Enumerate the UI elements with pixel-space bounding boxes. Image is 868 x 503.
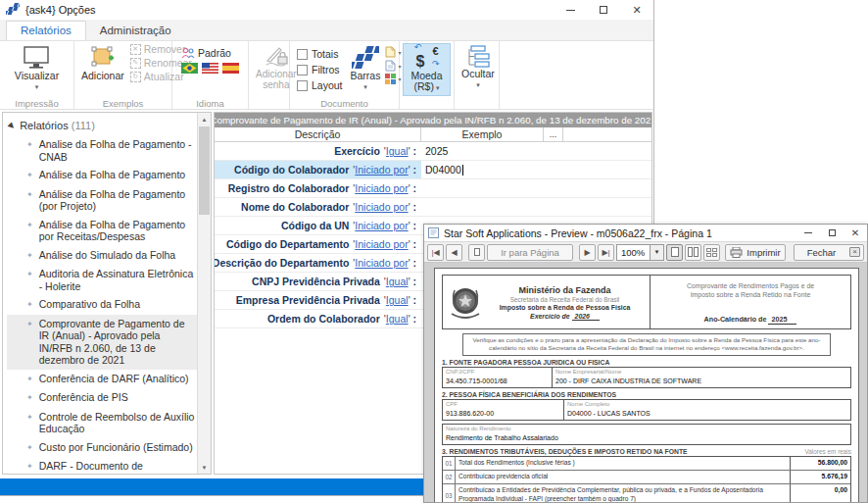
operator-link[interactable]: Igual: [386, 276, 409, 287]
moeda-button[interactable]: ↶$€↷ Moeda (R$) ▾: [403, 43, 451, 96]
parameter-row[interactable]: Exercício Igual 2025: [215, 142, 651, 161]
maximize-icon[interactable]: [820, 225, 844, 241]
totais-checkbox[interactable]: Totais: [297, 48, 343, 60]
report-icon: ✦: [26, 170, 33, 182]
next-page-button[interactable]: ▶: [579, 244, 596, 261]
tree-item[interactable]: ✦ Comprovante de Pagamento de IR (Anual)…: [7, 315, 197, 370]
visualizar-label: Visualizar: [15, 71, 59, 82]
tree-item[interactable]: ✦ Análise da Folha de Pagamento por Rece…: [7, 216, 197, 246]
report-icon: ✦: [26, 319, 33, 367]
parameter-example-cell[interactable]: [421, 179, 651, 197]
signature-lock-icon: [264, 45, 289, 69]
last-page-button[interactable]: ▶|: [598, 244, 614, 261]
doc-row-number: 02: [443, 471, 456, 483]
tree-item[interactable]: ✦ DARF - Documento de Arrecadação de Rec…: [7, 457, 197, 475]
tree-item[interactable]: ✦ Controle de Reembolso de Auxílio Educa…: [7, 408, 197, 438]
maximize-icon[interactable]: [587, 0, 620, 20]
parameter-description-cell: Descrição do Departamento Iniciado por: [215, 254, 421, 272]
parameter-label: Ordem do Colaborador: [267, 313, 380, 325]
flag-brazil-icon[interactable]: [181, 63, 198, 74]
tree-item[interactable]: ✦ Análise do Simulado da Folha: [7, 246, 197, 266]
tree-item[interactable]: ✦ Auditoria de Assinatura Eletrônica - H…: [7, 265, 197, 295]
operator-link[interactable]: Iniciado por: [355, 220, 408, 231]
filtros-checkbox[interactable]: Filtros: [297, 64, 343, 75]
ocultar-button[interactable]: Ocultar ▾: [458, 43, 499, 90]
parameter-example-cell[interactable]: 2025: [421, 142, 651, 160]
operator-link[interactable]: Iniciado por: [355, 238, 408, 250]
expand-triangle-icon[interactable]: ▶: [7, 121, 18, 131]
column-header-descricao[interactable]: Descrição: [215, 127, 421, 141]
group-idioma: Padrão: [172, 41, 249, 109]
prev-page-button[interactable]: ◀: [446, 244, 462, 261]
parameter-colon: [410, 201, 419, 213]
scroll-down-icon[interactable]: ▼: [198, 461, 211, 474]
parameter-description-cell: CNPJ Previdência Privada Igual: [215, 273, 421, 290]
doc-section1-title: 1. FONTE PAGADORA PESSOA JURIDICA OU FIS…: [442, 359, 851, 366]
parameter-row[interactable]: Código do Colaborador Iniciado por D0400…: [215, 161, 651, 179]
operator-link[interactable]: Iniciado por: [355, 164, 408, 176]
tree-item[interactable]: ✦ Analise da Folha de Pagamento - CNAB: [7, 135, 197, 166]
parameter-label: Descrição do Departamento: [215, 257, 349, 269]
layout-checkbox[interactable]: Layout: [297, 79, 343, 91]
parameter-label: Empresa Previdência Privada: [236, 294, 380, 306]
first-page-button[interactable]: |◀: [427, 244, 444, 261]
tree-item[interactable]: ✦ Comparativo da Folha: [7, 295, 197, 315]
fechar-button[interactable]: Fechar ×: [794, 244, 864, 261]
visualizar-button[interactable]: Visualizar ▾: [11, 43, 63, 92]
parameter-colon: [410, 313, 419, 325]
doc-natureza-value: Rendimento de Trabalho Assalariado: [446, 433, 847, 442]
parameter-label: Código do Colaborador: [234, 164, 349, 176]
report-icon: ✦: [26, 269, 33, 292]
doc-exercicio: Exercício de 2026: [484, 313, 646, 320]
padrao-button[interactable]: Padrão: [181, 47, 239, 59]
close-icon[interactable]: ✕: [844, 225, 867, 241]
tab-relatorios[interactable]: Relatórios: [6, 21, 86, 40]
tree-item[interactable]: ✦ Análise da Folha de Pagamento: [7, 166, 197, 185]
parameter-colon: [410, 145, 419, 157]
tree-root-relatorios[interactable]: ▶ Relatórios (111): [7, 118, 197, 135]
operator-link[interactable]: Iniciado por: [355, 182, 408, 194]
tree-item[interactable]: ✦ Conferência de PIS: [7, 388, 197, 408]
preview-titlebar: Star Soft Applications - Preview - m0506…: [424, 225, 867, 241]
tab-administracao[interactable]: Administração: [86, 22, 185, 40]
zoom-value: 100%: [621, 247, 645, 258]
parameter-row[interactable]: Registro do Colaborador Iniciado por: [215, 179, 651, 198]
flag-usa-icon[interactable]: [202, 63, 218, 74]
parameter-example-cell[interactable]: D04000: [421, 161, 651, 178]
operator-link[interactable]: Iniciado por: [355, 201, 408, 213]
operator-link[interactable]: Igual: [386, 294, 409, 306]
page-number-box[interactable]: [468, 244, 485, 261]
doc-cnpj-value: 34.450.715-0001/68: [446, 377, 549, 385]
operator-link[interactable]: Igual: [386, 313, 409, 325]
doc-valores-em-reais: Valores em reais: [805, 448, 851, 455]
operator-link[interactable]: Igual: [386, 145, 409, 157]
minimize-icon[interactable]: [554, 0, 587, 20]
column-header-exemplo[interactable]: Exemplo: [421, 127, 544, 141]
doc-exercicio-label: Exercício de: [530, 313, 570, 320]
imprimir-button[interactable]: Imprimir: [725, 244, 786, 261]
barras-button[interactable]: Barras ▾: [347, 43, 385, 92]
parameter-row[interactable]: Nome do Colaborador Iniciado por: [215, 198, 651, 217]
parameter-description-cell: Código do Departamento Iniciado por: [215, 235, 421, 253]
tree-item[interactable]: ✦ Análise da Folha de Pagamento (por Pro…: [7, 185, 197, 216]
scroll-up-icon[interactable]: ▲: [198, 113, 211, 126]
go-to-page-button[interactable]: Ir para Página: [487, 244, 573, 261]
adicionar-button[interactable]: Adicionar: [77, 43, 128, 84]
doc-ministerio: Ministério da Fazenda: [484, 285, 646, 295]
tree-item[interactable]: ✦ Conferência de DARF (Analítico): [7, 370, 197, 389]
tree-scrollbar[interactable]: ▲ ▼: [197, 113, 211, 474]
multi-page-view-button[interactable]: [703, 244, 720, 261]
flag-spain-icon[interactable]: [222, 63, 239, 74]
two-page-view-button[interactable]: [685, 244, 701, 261]
close-icon[interactable]: ✕: [620, 0, 653, 20]
preview-document-area[interactable]: Ministério da Fazenda Secretaria da Rece…: [424, 263, 867, 502]
scrollbar-thumb[interactable]: [199, 126, 210, 215]
tree-item[interactable]: ✦ Custo por Funcionário (Estimado): [7, 438, 197, 458]
doc-cpf-label: CPF: [446, 401, 560, 409]
minimize-icon[interactable]: [796, 225, 820, 241]
operator-link[interactable]: Iniciado por: [355, 257, 408, 269]
parameter-example-cell[interactable]: [421, 198, 651, 216]
zoom-select[interactable]: 100% ▼: [616, 244, 664, 261]
single-page-view-button[interactable]: [666, 244, 683, 261]
column-header-dots[interactable]: ...: [544, 127, 563, 141]
